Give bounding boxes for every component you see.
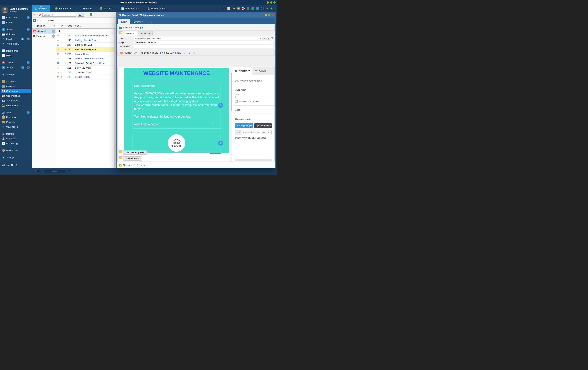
flag-icon[interactable]: ⚑	[133, 164, 135, 166]
tab-by-status[interactable]: By Status▾	[52, 5, 74, 12]
tab-all-data[interactable]: All data▾	[97, 5, 116, 12]
subject-input[interactable]: Website maintenance	[134, 41, 273, 44]
group-row[interactable]: ▾ 0	[56, 29, 116, 33]
search-icon[interactable]	[16, 164, 17, 166]
tab-my-data[interactable]: 10My data	[32, 5, 50, 12]
width-slider[interactable]	[235, 97, 272, 97]
close-button[interactable]	[273, 1, 276, 3]
voucher-templates-section[interactable]: Voucher templates	[118, 150, 147, 155]
delete-icon[interactable]: ✕	[39, 13, 42, 16]
table-row[interactable]: ✉!!219Final Sale 60%	[56, 75, 116, 79]
text-block-move-handle[interactable]	[218, 103, 223, 108]
table-row[interactable]: ✉233Discount Tools & Accessories	[56, 56, 116, 61]
email-headline[interactable]: WEBSITE MAINTENANCE	[124, 70, 229, 76]
eye-icon[interactable]	[134, 52, 136, 54]
sidebar-item-topics[interactable]: Topics37	[0, 65, 31, 70]
web-icon[interactable]	[261, 7, 264, 10]
sidebar-item-creditors[interactable]: Creditors	[0, 136, 31, 141]
refresh-icon[interactable]: ↻	[193, 51, 195, 54]
page-size-select[interactable]: 10▾	[78, 13, 84, 17]
doc-import-icon[interactable]	[256, 7, 259, 10]
sidebar-item-accounting[interactable]: Accounting	[0, 141, 31, 146]
excel-icon[interactable]	[237, 7, 240, 10]
add-button[interactable]: +	[271, 7, 273, 10]
quick-filter-icon[interactable]	[33, 19, 36, 22]
sidebar-item-calendar[interactable]: Calendar	[0, 32, 31, 37]
sidebar-item-dashboards[interactable]: Dashboards	[0, 148, 31, 153]
sidebar-item-chats[interactable]: Chats	[0, 20, 31, 25]
group-collapse-icon[interactable]: ▾	[57, 30, 58, 32]
width-slider-knob[interactable]	[235, 96, 238, 98]
sidebar-item-tickets[interactable]: Tickets5	[0, 60, 31, 65]
email-logo-block[interactable]: Home TECH	[132, 134, 221, 152]
sidebar-item-services[interactable]: Services	[0, 72, 31, 77]
download-icon[interactable]: ↧	[188, 51, 190, 54]
column-attachment-icon[interactable]	[60, 25, 64, 27]
upload-icon[interactable]: ↥	[183, 51, 186, 54]
category-kampagne[interactable]: Kampagne10	[32, 34, 56, 39]
clipped-button[interactable]	[210, 153, 221, 154]
column-document-icon[interactable]	[56, 25, 60, 27]
maximize-button[interactable]	[270, 1, 272, 3]
tab-rows[interactable]: ROWS	[252, 67, 268, 75]
active-checkbox[interactable]	[271, 38, 273, 40]
sidebar-item-sales[interactable]: Sales3	[0, 110, 31, 115]
column-name[interactable]: Name	[75, 25, 116, 27]
canvas-scrollbar[interactable]	[230, 67, 232, 161]
text-preview-input[interactable]	[134, 45, 273, 48]
classification-folder-button[interactable]	[118, 156, 123, 160]
sidebar-item-purchase[interactable]: Purchase	[0, 115, 31, 120]
sidebar-item-campaigns[interactable]: Campaigns	[0, 89, 31, 93]
save-as-template-button[interactable]: Save as template	[160, 52, 181, 54]
sidebar-item-team-emails[interactable]: Team emails	[0, 41, 31, 46]
list-scrollbar[interactable]	[115, 29, 116, 168]
save-and-close-button[interactable]: Save And Close	[119, 27, 139, 29]
sidebar-item-projects[interactable]: Projects	[0, 84, 31, 89]
sidebar-item-warehouse[interactable]: Warehouse	[0, 124, 31, 129]
sidebar-item-comments[interactable]: Comments8	[0, 15, 31, 20]
filter-value[interactable]: (none)	[48, 19, 54, 22]
notes-icon[interactable]	[228, 7, 230, 10]
record-icon[interactable]	[242, 7, 245, 10]
mail-action-caret-icon[interactable]: ▾	[37, 14, 38, 16]
load-template-button[interactable]: Load template	[141, 52, 158, 54]
sidebar-item-emails[interactable]: Emails37	[0, 37, 31, 41]
from-select[interactable]: sophia@bw2solutions.com ▾	[134, 37, 262, 40]
save-icon[interactable]	[140, 27, 143, 29]
sidebar-item-to-dos[interactable]: To-dos2	[0, 27, 31, 32]
table-row[interactable]: ✉248Holidays Special Sale	[56, 38, 116, 43]
preview-button[interactable]: Preview	[120, 52, 131, 54]
sidebar-item-opportunities[interactable]: Opportunities	[0, 93, 31, 98]
sidebar-item-wikis[interactable]: Wikis	[0, 53, 31, 58]
inbox-icon[interactable]	[223, 7, 226, 10]
voucher-folder-button[interactable]	[118, 150, 123, 154]
signature-icon[interactable]	[266, 7, 269, 10]
table-row[interactable]: 221Buy of the Week	[56, 66, 116, 70]
tab-content[interactable]: CONTENT	[232, 67, 252, 75]
sidebar-item-teamspaces[interactable]: Teamspaces	[0, 98, 31, 103]
dialog-minimize-button[interactable]	[265, 14, 267, 16]
sidebar-item-settings[interactable]: Settings	[0, 155, 31, 160]
search-caret-icon[interactable]: ▾	[20, 164, 21, 166]
table-row[interactable]: ✉⚑246Website maintenance	[56, 47, 116, 52]
sidebar-item-accounts[interactable]: Accounts	[0, 79, 31, 84]
sidebar-item-debtors[interactable]: Debtors	[0, 131, 31, 136]
url-input[interactable]: https://d15k2d11r6t6rl.cloudfront.n	[242, 130, 272, 135]
table-row[interactable]: ⚑222Savings in Select Smart Home	[56, 61, 116, 66]
user-profile[interactable]: Sophia Summers online	[0, 5, 32, 15]
list-view-icon[interactable]: ≡	[7, 164, 9, 166]
contacts-icon[interactable]	[37, 170, 40, 172]
column-code[interactable]: Code	[67, 25, 75, 27]
full-width-option[interactable]: Full width on mobile	[235, 100, 272, 103]
dialog-tab-edit[interactable]: Edit *	[118, 19, 130, 24]
tab-unsubscribes[interactable]: Unsubscribes	[145, 5, 168, 12]
doc-export-icon[interactable]	[251, 7, 254, 10]
tab-general[interactable]: General	[124, 31, 137, 36]
mail-action-icon[interactable]	[33, 13, 36, 16]
email-canvas[interactable]: WEBSITE MAINTENANCE Dear Customers Aroun…	[118, 67, 230, 161]
group-by-column[interactable]: Project ty.. ✕	[32, 23, 56, 29]
funnel-caret-icon[interactable]: ▾	[40, 20, 41, 21]
add-caret-icon[interactable]: ▾	[274, 8, 275, 9]
stats-icon[interactable]	[2, 164, 5, 166]
sidebar-item-documents[interactable]: Documents	[0, 48, 31, 53]
